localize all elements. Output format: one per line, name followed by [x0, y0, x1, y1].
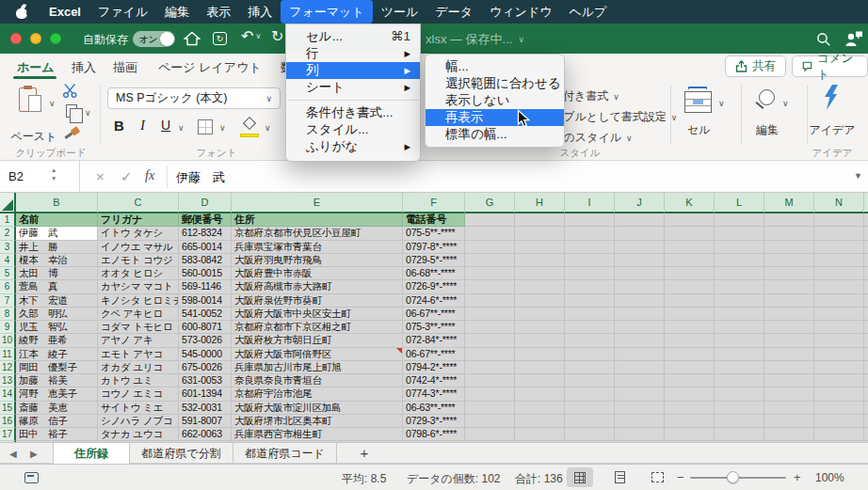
cell-I1[interactable]	[565, 213, 615, 227]
cell-J16[interactable]	[615, 415, 665, 428]
cell-B17[interactable]: 田中 裕子	[16, 428, 98, 441]
cell-D10[interactable]: 573-0026	[179, 334, 232, 347]
cell-C12[interactable]: オカダ ユリコ	[98, 361, 179, 374]
cell-M17[interactable]	[764, 428, 814, 441]
cell-K17[interactable]	[665, 428, 715, 441]
normal-view-button[interactable]	[567, 467, 593, 487]
redo-icon[interactable]: ↻	[271, 29, 283, 44]
cell-K1[interactable]	[665, 213, 715, 227]
cell-N12[interactable]	[814, 361, 864, 374]
format-menu-item-8[interactable]: ふりがな▶	[286, 138, 420, 155]
cell-L12[interactable]	[715, 361, 764, 374]
cell-x13[interactable]	[864, 374, 868, 387]
cell-I5[interactable]	[565, 267, 615, 280]
cell-I17[interactable]	[565, 428, 615, 441]
cell-G9[interactable]	[465, 321, 515, 334]
format-menu-item-1[interactable]: セル...⌘1	[286, 28, 420, 45]
cell-G13[interactable]	[465, 374, 515, 387]
cell-K7[interactable]	[665, 294, 715, 308]
cell-N8[interactable]	[814, 308, 864, 321]
row-header-7[interactable]: 7	[0, 294, 16, 308]
cell-H17[interactable]	[515, 428, 565, 441]
column-header-M[interactable]: M	[764, 193, 814, 213]
cell-x12[interactable]	[864, 361, 868, 374]
row-header-6[interactable]: 6	[0, 280, 16, 293]
cell-E14[interactable]: 京都府宇治市池尾	[232, 387, 403, 401]
row-header-3[interactable]: 3	[0, 241, 16, 254]
cell-G10[interactable]	[465, 334, 515, 347]
cell-B4[interactable]: 榎本 幸治	[16, 254, 98, 267]
cell-N15[interactable]	[814, 402, 864, 415]
apple-menu-icon[interactable]	[15, 5, 29, 20]
cell-M12[interactable]	[764, 361, 814, 374]
column-header-B[interactable]: B	[16, 193, 98, 213]
cell-J11[interactable]	[615, 348, 665, 361]
cell-E9[interactable]: 京都府京都市下京区相之町	[232, 321, 403, 334]
column-submenu-item-5[interactable]: 標準の幅...	[426, 126, 564, 143]
cell-H6[interactable]	[515, 280, 565, 293]
cell-I12[interactable]	[565, 361, 615, 374]
cell-L14[interactable]	[715, 387, 764, 401]
menubar-item-1[interactable]: Excel	[40, 0, 89, 24]
cell-N10[interactable]	[814, 334, 864, 347]
ideas-icon[interactable]	[821, 84, 842, 116]
column-header-C[interactable]: C	[98, 193, 179, 213]
cell-M10[interactable]	[764, 334, 814, 347]
cell-M14[interactable]	[764, 387, 814, 401]
cell-M7[interactable]	[764, 294, 814, 308]
cell-J17[interactable]	[615, 428, 665, 441]
underline-dropdown-icon[interactable]: ∨	[178, 123, 185, 133]
cell-J7[interactable]	[615, 294, 665, 308]
name-box-spinner-up-icon[interactable]: ▲	[51, 166, 56, 173]
sheet-tab-2[interactable]: 都道府県で分割	[130, 443, 233, 464]
cell-K13[interactable]	[665, 374, 715, 387]
cell-G8[interactable]	[465, 308, 515, 321]
cell-B9[interactable]: 児玉 智弘	[16, 321, 98, 334]
paste-dropdown-icon[interactable]: ∨	[49, 99, 56, 108]
menubar-item-3[interactable]: 編集	[156, 0, 198, 24]
menubar-item-8[interactable]: データ	[426, 0, 481, 24]
cell-x6[interactable]	[864, 280, 868, 293]
cell-C2[interactable]: イトウ タケシ	[98, 227, 179, 240]
underline-button[interactable]: U	[161, 118, 170, 133]
fill-color-button[interactable]	[242, 118, 259, 130]
column-submenu-item-1[interactable]: 幅...	[426, 58, 564, 75]
column-submenu-item-3[interactable]: 表示しない	[426, 92, 564, 109]
italic-button[interactable]: I	[140, 118, 145, 134]
row-header-17[interactable]: 17	[0, 428, 16, 441]
cell-x11[interactable]	[864, 348, 868, 361]
format-menu-item-4[interactable]: シート▶	[286, 79, 420, 96]
cell-J10[interactable]	[615, 334, 665, 347]
cell-J4[interactable]	[615, 254, 665, 267]
cell-E5[interactable]: 大阪府豊中市赤阪	[232, 267, 403, 280]
cell-B12[interactable]: 岡田 優梨子	[16, 361, 98, 374]
cell-D16[interactable]: 591-8007	[179, 415, 232, 428]
cell-F6[interactable]: 0726-9*-****	[403, 280, 465, 293]
cut-button[interactable]	[62, 83, 78, 103]
cell-H2[interactable]	[515, 227, 565, 240]
cell-H12[interactable]	[515, 361, 565, 374]
row-header-1[interactable]: 1	[0, 213, 16, 227]
row-header-2[interactable]: 2	[0, 227, 16, 240]
cell-D14[interactable]: 601-1394	[179, 387, 232, 401]
cell-E2[interactable]: 京都府京都市伏見区小豆屋町	[232, 227, 403, 240]
cell-E17[interactable]: 兵庫県西宮市相生町	[232, 428, 403, 441]
cell-D6[interactable]: 569-1146	[179, 280, 232, 293]
contact-icon[interactable]	[844, 30, 863, 47]
cell-B13[interactable]: 加藤 裕美	[16, 374, 98, 387]
copy-icon[interactable]	[66, 104, 77, 118]
cell-F5[interactable]: 06-68**-****	[403, 267, 465, 280]
cell-B2[interactable]: 伊藤 武	[16, 227, 98, 240]
cell-E15[interactable]: 大阪府大阪市淀川区加島	[232, 402, 403, 415]
cell-N2[interactable]	[814, 227, 864, 240]
cell-E6[interactable]: 大阪府高槻市赤大路町	[232, 280, 403, 293]
cell-J3[interactable]	[615, 241, 665, 254]
format-painter-icon[interactable]	[62, 123, 84, 144]
cell-F17[interactable]: 0798-6*-****	[403, 428, 465, 441]
minimize-window-button[interactable]	[30, 33, 41, 44]
cell-G12[interactable]	[465, 361, 515, 374]
cell-K15[interactable]	[665, 402, 715, 415]
cell-K10[interactable]	[665, 334, 715, 347]
row-header-16[interactable]: 16	[0, 415, 16, 428]
cell-C13[interactable]: カトウ ユミ	[98, 374, 179, 387]
